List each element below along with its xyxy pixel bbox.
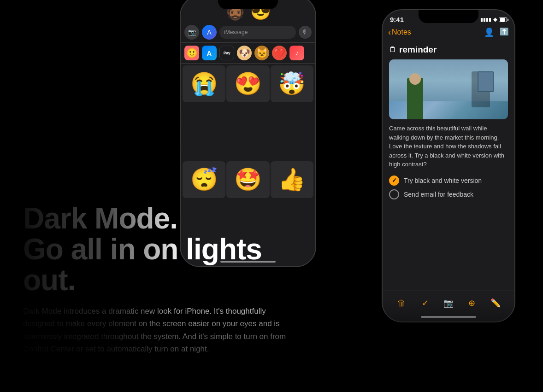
notes-navbar: ‹ Notes 👤 ⬆️ — [383, 25, 514, 41]
phone-left-notch — [218, 0, 278, 9]
share-icon[interactable]: ⬆️ — [500, 27, 509, 37]
applepay-icon[interactable]: Pay — [219, 46, 234, 60]
imessage-placeholder: iMessage — [224, 29, 248, 35]
imessage-toolbar: 📷 A iMessage 🎙 — [181, 22, 315, 43]
memoji-cell-4[interactable]: 😴 — [183, 161, 225, 198]
photo-figure — [407, 78, 423, 119]
note-body-text: Came across this beautiful wall while wa… — [389, 124, 508, 169]
face3-icon[interactable]: ❤️ — [272, 46, 287, 60]
navigate-button[interactable]: ⊕ — [465, 296, 479, 310]
main-title-line2: Go all in on lights out. — [23, 233, 262, 297]
notes-bottom-toolbar: 🗑 ✓ 📷 ⊕ ✏️ — [383, 291, 514, 313]
notes-nav-icons: 👤 ⬆️ — [484, 27, 509, 37]
trash-button[interactable]: 🗑 — [394, 296, 409, 310]
compose-button[interactable]: ✏️ — [488, 296, 503, 310]
memoji-icon[interactable]: 🙂 — [184, 46, 199, 60]
photo-window — [478, 71, 494, 92]
notes-back-label: Notes — [392, 28, 411, 36]
notes-checklist: Try black and white version Send email f… — [389, 176, 508, 199]
notes-back-button[interactable]: ‹ Notes — [388, 28, 411, 37]
app-row: 🙂 A Pay 🐶 😺 ❤️ ♪ — [181, 43, 315, 64]
person-add-icon[interactable]: 👤 — [484, 27, 494, 37]
memoji-cell-1[interactable]: 😭 — [183, 65, 225, 102]
music-icon[interactable]: ♪ — [289, 46, 304, 60]
signal-icon: ▮▮▮▮ — [480, 17, 491, 22]
memoji-cell-6[interactable]: 👍 — [271, 161, 313, 198]
checkmark-button[interactable]: ✓ — [418, 296, 432, 310]
imessage-input[interactable]: iMessage — [219, 26, 296, 39]
home-indicator-right — [421, 316, 476, 318]
status-time: 9:41 — [390, 16, 404, 23]
checkbox-1[interactable] — [389, 176, 399, 186]
notes-screen: 9:41 ▮▮▮▮ ◆ ‹ — [383, 10, 514, 322]
checklist-text-1: Try black and white version — [404, 177, 482, 184]
face1-icon[interactable]: 🐶 — [237, 46, 252, 60]
notes-content: 🗒 reminder Came across this beautiful wa… — [383, 41, 514, 291]
phone-right-notch — [419, 10, 478, 23]
camera-icon[interactable]: 📷 — [184, 25, 199, 40]
apps-icon[interactable]: A — [202, 25, 217, 40]
face2-icon[interactable]: 😺 — [254, 46, 269, 60]
appstore-icon[interactable]: A — [202, 46, 217, 60]
main-title-line1: Dark Mode. — [23, 202, 177, 235]
page-container: 🧔🏾 😎 📷 A iMessage — [0, 0, 543, 392]
note-photo[interactable] — [389, 59, 508, 119]
text-section: Dark Mode. Go all in on lights out. Dark… — [23, 203, 318, 355]
reminder-icon: 🗒 — [389, 46, 396, 54]
status-icons: ▮▮▮▮ ◆ — [480, 17, 507, 23]
battery-icon — [499, 18, 507, 22]
checklist-text-2: Send email for feedback — [404, 191, 473, 198]
wifi-icon: ◆ — [493, 17, 497, 23]
note-title-text: reminder — [399, 45, 437, 55]
memoji-cell-2[interactable]: 😍 — [226, 65, 269, 102]
back-chevron-icon: ‹ — [388, 28, 391, 37]
checkbox-2[interactable] — [389, 189, 399, 199]
note-title-row: 🗒 reminder — [389, 45, 508, 55]
checklist-item-1[interactable]: Try black and white version — [389, 176, 508, 186]
phone-right-frame: 9:41 ▮▮▮▮ ◆ ‹ — [382, 9, 515, 322]
main-title: Dark Mode. Go all in on lights out. — [23, 203, 318, 296]
memoji-cell-3[interactable]: 🤯 — [271, 65, 313, 102]
checklist-item-2[interactable]: Send email for feedback — [389, 189, 508, 199]
memoji-cell-5[interactable]: 🤩 — [226, 161, 269, 198]
phone-right-iphone: 9:41 ▮▮▮▮ ◆ ‹ — [382, 9, 515, 322]
hero-description: Dark Mode introduces a dramatic new look… — [23, 305, 295, 355]
mic-icon[interactable]: 🎙 — [299, 26, 312, 39]
camera-button[interactable]: 📷 — [441, 296, 456, 310]
